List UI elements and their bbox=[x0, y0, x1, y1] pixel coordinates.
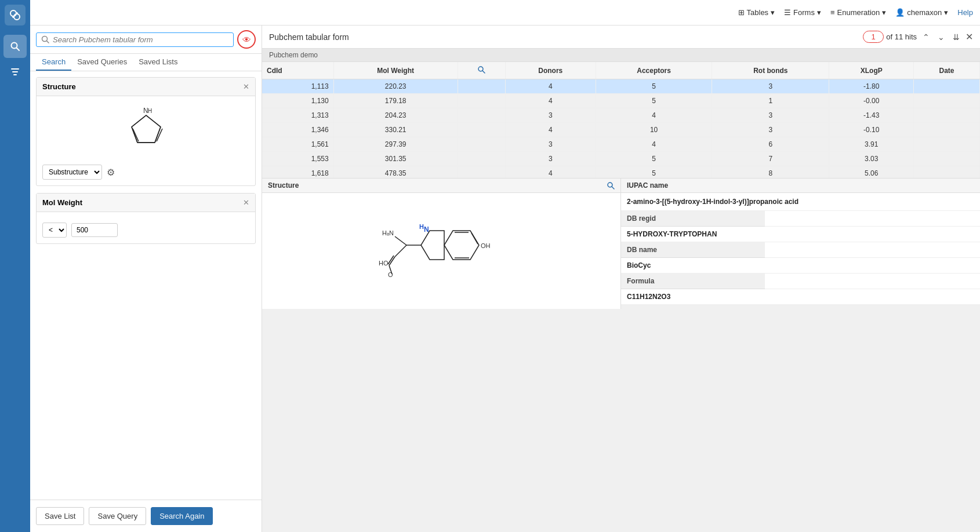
pager-down-icon[interactable]: ⌄ bbox=[935, 31, 947, 43]
cell-xlogp: -0.00 bbox=[829, 94, 914, 108]
formula-val: C11H12N2O3 bbox=[627, 293, 670, 301]
cell-donors: 4 bbox=[505, 79, 596, 94]
cell-cdid: 1,553 bbox=[262, 152, 333, 166]
table-row[interactable]: 1,618 478.35 4 5 8 5.06 bbox=[262, 166, 980, 178]
cell-donors: 3 bbox=[505, 108, 596, 123]
save-list-button[interactable]: Save List bbox=[36, 507, 84, 525]
col-date: Date bbox=[914, 62, 980, 79]
iupac-label: IUPAC name bbox=[627, 181, 668, 190]
structure-search-icon[interactable] bbox=[607, 181, 615, 190]
cell-xlogp: 5.06 bbox=[829, 166, 914, 178]
search-input[interactable] bbox=[53, 35, 228, 44]
cell-acceptors: 5 bbox=[596, 94, 712, 108]
app-logo bbox=[5, 5, 26, 25]
svg-line-10 bbox=[47, 41, 49, 43]
tables-chevron-icon: ▾ bbox=[771, 8, 775, 17]
db-regid-value-row: 5-HYDROXY-TRYPTOPHAN bbox=[621, 227, 980, 242]
cell-mol-weight: 220.23 bbox=[333, 79, 458, 94]
actions-bar: Save List Save Query Search Again bbox=[30, 500, 262, 532]
info-panel-header: IUPAC name bbox=[621, 178, 980, 193]
cell-cdid: 1,130 bbox=[262, 94, 333, 108]
svg-line-27 bbox=[471, 233, 478, 244]
close-button[interactable]: ✕ bbox=[966, 31, 973, 42]
structure-type-select[interactable]: Substructure bbox=[42, 165, 102, 180]
structure-close-icon[interactable]: ✕ bbox=[243, 82, 249, 91]
enumeration-icon: ≡ bbox=[830, 8, 835, 17]
cell-acceptors: 4 bbox=[596, 137, 712, 152]
pager: of 11 hits bbox=[863, 31, 917, 43]
table-row[interactable]: 1,113 220.23 4 5 3 -1.80 bbox=[262, 79, 980, 94]
cell-date bbox=[914, 137, 980, 152]
tables-menu[interactable]: ⊞ Tables ▾ bbox=[738, 8, 775, 17]
structure-molecule-svg: N H bbox=[111, 105, 181, 157]
search-input-wrap bbox=[36, 32, 234, 47]
top-bar-right: ⊞ Tables ▾ ☰ Forms ▾ ≡ Enumeration ▾ 👤 c… bbox=[738, 8, 973, 17]
svg-line-14 bbox=[146, 115, 161, 127]
svg-text:N: N bbox=[424, 225, 429, 234]
svg-rect-8 bbox=[13, 74, 17, 75]
data-table-scroll[interactable]: CdId Mol Weight Donors Acceptors Rot bon… bbox=[262, 62, 980, 178]
pager-double-down-icon[interactable]: ⇊ bbox=[950, 31, 962, 43]
preview-toggle-button[interactable]: 👁 bbox=[237, 30, 256, 49]
cell-action bbox=[458, 79, 505, 94]
help-link[interactable]: Help bbox=[957, 8, 973, 17]
panel-title: Pubchem tabular form bbox=[269, 32, 349, 42]
pager-total: of 11 hits bbox=[886, 32, 917, 41]
enumeration-menu[interactable]: ≡ Enumeration ▾ bbox=[830, 8, 886, 17]
eye-icon: 👁 bbox=[242, 35, 251, 45]
mol-weight-operator-select[interactable]: < bbox=[42, 223, 67, 238]
forms-label: Forms bbox=[793, 8, 815, 17]
formula-label-row: Formula bbox=[621, 274, 980, 289]
cell-donors: 4 bbox=[505, 123, 596, 137]
tab-saved-queries[interactable]: Saved Queries bbox=[71, 54, 133, 71]
structure-drawing[interactable]: N H bbox=[42, 102, 249, 160]
table-row[interactable]: 1,313 204.23 3 4 3 -1.43 bbox=[262, 108, 980, 123]
search-mag-icon bbox=[41, 35, 49, 43]
pager-input[interactable] bbox=[863, 31, 884, 43]
tab-saved-lists[interactable]: Saved Lists bbox=[133, 54, 183, 71]
db-name-label-row: DB name bbox=[621, 242, 980, 258]
table-row[interactable]: 1,346 330.21 4 10 3 -0.10 bbox=[262, 123, 980, 137]
cell-rot-bonds: 3 bbox=[712, 123, 829, 137]
forms-menu[interactable]: ☰ Forms ▾ bbox=[784, 8, 821, 17]
svg-text:HO: HO bbox=[379, 260, 389, 267]
sidebar-item-search[interactable] bbox=[3, 35, 27, 58]
cell-date bbox=[914, 152, 980, 166]
sidebar-item-filter[interactable] bbox=[3, 60, 27, 83]
search-again-button[interactable]: Search Again bbox=[151, 507, 213, 525]
tab-search[interactable]: Search bbox=[36, 54, 71, 71]
save-query-button[interactable]: Save Query bbox=[89, 507, 146, 525]
cell-rot-bonds: 3 bbox=[712, 79, 829, 94]
table-header: CdId Mol Weight Donors Acceptors Rot bon… bbox=[262, 62, 980, 79]
panel-nav: of 11 hits ⌃ ⌄ ⇊ ✕ bbox=[863, 31, 973, 43]
cell-date bbox=[914, 94, 980, 108]
table-row[interactable]: 1,553 301.35 3 5 7 3.03 bbox=[262, 152, 980, 166]
cell-rot-bonds: 7 bbox=[712, 152, 829, 166]
user-menu[interactable]: 👤 chemaxon ▾ bbox=[895, 8, 948, 17]
svg-rect-7 bbox=[12, 71, 18, 72]
cell-action bbox=[458, 108, 505, 123]
pager-up-icon[interactable]: ⌃ bbox=[920, 31, 932, 43]
table-row[interactable]: 1,130 179.18 4 5 1 -0.00 bbox=[262, 94, 980, 108]
cell-acceptors: 5 bbox=[596, 79, 712, 94]
structure-filter-body: N H bbox=[37, 96, 255, 185]
mol-weight-close-icon[interactable]: ✕ bbox=[243, 198, 249, 207]
mol-weight-value-input[interactable] bbox=[71, 223, 118, 237]
db-name-label: DB name bbox=[621, 242, 765, 258]
cell-mol-weight: 297.39 bbox=[333, 137, 458, 152]
structure-settings-icon[interactable]: ⚙ bbox=[107, 167, 115, 178]
forms-icon: ☰ bbox=[784, 8, 791, 17]
structure-filter-title: Structure bbox=[42, 82, 76, 91]
user-label: chemaxon bbox=[907, 8, 942, 17]
structure-filter-card: Structure ✕ N H bbox=[36, 77, 256, 186]
table-row[interactable]: 1,561 297.39 3 4 6 3.91 bbox=[262, 137, 980, 152]
cell-action bbox=[458, 123, 505, 137]
cell-donors: 3 bbox=[505, 152, 596, 166]
formula-value-cell bbox=[765, 274, 980, 289]
cell-action bbox=[458, 94, 505, 108]
enumeration-chevron-icon: ▾ bbox=[882, 8, 886, 17]
cell-date bbox=[914, 123, 980, 137]
db-regid-label-row: DB regid bbox=[621, 211, 980, 227]
db-regid-val: 5-HYDROXY-TRYPTOPHAN bbox=[627, 230, 717, 238]
col-search[interactable] bbox=[458, 62, 505, 79]
